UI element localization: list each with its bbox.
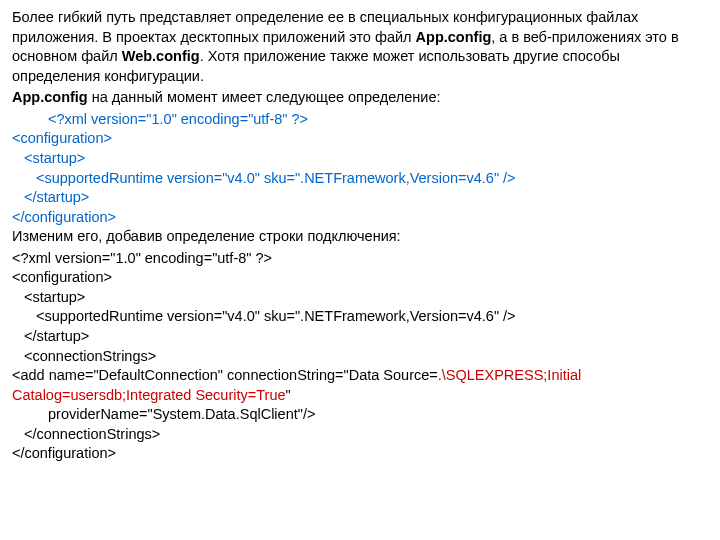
text: на данный момент имеет следующее определ… xyxy=(88,89,441,105)
app-config-bold: App.config xyxy=(12,89,88,105)
code2-provider-line: providerName="System.Data.SqlClient"/> xyxy=(12,405,708,425)
code-configuration-close: </configuration> xyxy=(12,208,708,228)
app-config-bold: App.config xyxy=(416,29,492,45)
code2-configuration-open: <configuration> xyxy=(12,268,708,288)
code2-add-line: <add name="DefaultConnection" connection… xyxy=(12,366,708,405)
code2-startup-close: </startup> xyxy=(12,327,708,347)
code-configuration-open: <configuration> xyxy=(12,129,708,149)
code2-configuration-close: </configuration> xyxy=(12,444,708,464)
code2-xml-decl: <?xml version="1.0" encoding="utf-8" ?> xyxy=(12,249,708,269)
web-config-bold: Web.config xyxy=(122,48,200,64)
code-supported-runtime: <supportedRuntime version="v4.0" sku=".N… xyxy=(12,169,708,189)
appconfig-def-paragraph: App.config на данный момент имеет следую… xyxy=(12,88,708,108)
code2-connstrings-open: <connectionStrings> xyxy=(12,347,708,367)
code2-startup-open: <startup> xyxy=(12,288,708,308)
code2-supported-runtime: <supportedRuntime version="v4.0" sku=".N… xyxy=(12,307,708,327)
code-startup-open: <startup> xyxy=(12,149,708,169)
code-startup-close: </startup> xyxy=(12,188,708,208)
add-prefix: <add name="DefaultConnection" connection… xyxy=(12,367,438,383)
modify-paragraph: Изменим его, добавив определение строки … xyxy=(12,227,708,247)
add-quote: " xyxy=(286,387,291,403)
code-xml-decl: <?xml version="1.0" encoding="utf-8" ?> xyxy=(12,110,708,130)
intro-paragraph: Более гибкий путь представляет определен… xyxy=(12,8,708,86)
code2-connstrings-close: </connectionStrings> xyxy=(12,425,708,445)
